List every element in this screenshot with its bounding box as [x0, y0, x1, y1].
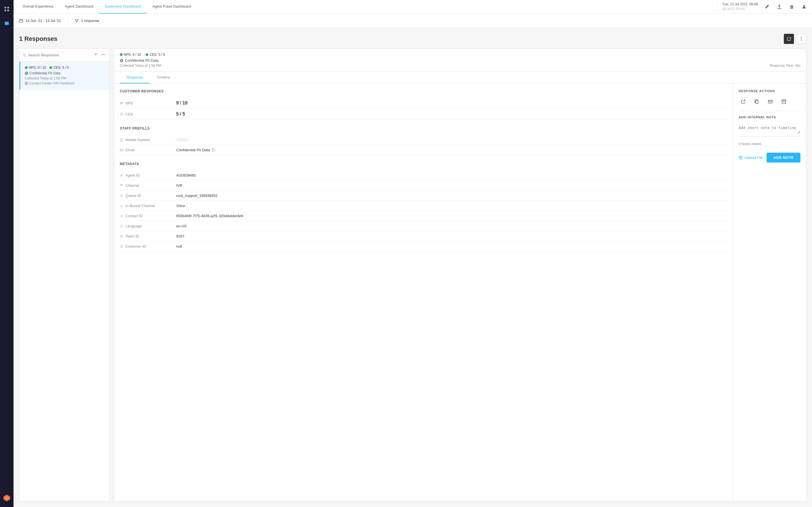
queue-icon	[120, 194, 123, 198]
nps-field-label: NPS	[120, 101, 176, 105]
upload-icon	[739, 156, 743, 160]
upload-file-button[interactable]: Upload File	[739, 156, 763, 160]
search-icon	[23, 53, 27, 57]
detail-nps-badge: NPS: 9 / 10	[120, 53, 141, 57]
grid-icon[interactable]	[2, 4, 11, 13]
svg-point-11	[801, 37, 802, 38]
response-time-label: Response Time: 54s	[770, 64, 801, 68]
ces-icon	[120, 112, 123, 116]
item-time: Collected Today at 1:58 PM	[25, 76, 105, 80]
agent-id-value: AG0939485	[176, 173, 196, 177]
content-header: 1 Responses	[19, 34, 806, 44]
filter-label: 1 response	[81, 18, 99, 23]
nps-dot	[25, 66, 28, 69]
sidebar	[0, 0, 13, 507]
team-icon	[120, 235, 123, 238]
item-survey: Contact Center IVR Feedback	[25, 81, 105, 86]
detail-pii-label: Confidential PII Data	[125, 58, 158, 62]
tab-overall-experience[interactable]: Overall Experience	[17, 0, 59, 13]
main-area: Overall Experience Agent Dashboard Super…	[13, 0, 812, 507]
language-row: Language en-US	[120, 221, 727, 231]
channel-row: Channel IVR	[120, 180, 727, 191]
svg-rect-3	[7, 10, 9, 11]
email-response-button[interactable]	[766, 97, 775, 106]
delete-action-icon[interactable]	[787, 2, 796, 11]
response-actions-title: RESPONSE ACTIONS	[739, 89, 801, 93]
nav-tabs: Overall Experience Agent Dashboard Super…	[17, 0, 718, 13]
detail-header: NPS: 9 / 10 CES: 5 / 5 Confidential PII …	[114, 49, 806, 72]
language-icon	[120, 224, 123, 228]
team-id-value: 9167	[176, 234, 185, 238]
metadata-section-title: METADATA	[120, 162, 727, 166]
chat-icon[interactable]	[2, 19, 11, 28]
note-input-wrap	[739, 123, 801, 137]
copy-icon[interactable]	[212, 149, 215, 152]
add-note-button[interactable]: ADD NOTE	[767, 153, 801, 163]
svg-point-14	[23, 54, 26, 56]
datetime-display: Tue, 13 Jul 2021, 06:48 🕐 (UTC 00:00)	[722, 2, 758, 11]
contact-id-label-text: Contact ID	[125, 214, 143, 218]
mobile-icon	[120, 138, 123, 142]
tab-agent-dashboard[interactable]: Agent Dashboard	[59, 0, 99, 13]
add-internal-note-title: ADD INTERNAL NOTE	[739, 115, 801, 119]
mobile-value: ••••••••••	[176, 138, 189, 142]
customer-icon	[120, 245, 123, 248]
user-action-icon[interactable]	[800, 2, 809, 11]
detail-subtitle: Confidential PII Data	[120, 58, 801, 62]
more-filter-button[interactable]	[101, 52, 106, 58]
email-field-row: Email Confidential PII Data	[120, 145, 727, 155]
language-value: en-US	[176, 224, 187, 228]
mobile-field-label: Mobile Number	[120, 138, 176, 142]
survey-name: Contact Center IVR Feedback	[29, 81, 74, 86]
topnav-action-buttons	[762, 2, 809, 11]
email-value: Confidential PII Data	[176, 148, 215, 152]
search-input[interactable]	[28, 53, 91, 57]
email-icon	[120, 149, 123, 152]
response-filter[interactable]: 1 response	[75, 18, 99, 23]
metadata-section: METADATA Agent ID AG0939485	[120, 162, 727, 251]
actions-panel: RESPONSE ACTIONS	[733, 83, 806, 501]
svg-rect-0	[4, 7, 6, 8]
email-field-label: Email	[120, 148, 176, 152]
more-options-button[interactable]	[796, 34, 806, 44]
ces-dot	[49, 66, 52, 69]
clock-icon: 🕐	[722, 7, 726, 11]
nps-score-badge: NPS: 9 / 10	[25, 66, 46, 69]
note-textarea[interactable]	[739, 123, 801, 136]
team-id-label-text: Team ID	[125, 234, 139, 238]
tab-response[interactable]: Response	[120, 72, 150, 83]
expand-button[interactable]	[784, 34, 794, 44]
upload-action-icon[interactable]	[775, 2, 784, 11]
nps-field-row: NPS 9 / 10	[120, 98, 727, 109]
notes-count: 0 Notes Added.	[739, 142, 801, 146]
response-list-item[interactable]: NPS: 9 / 10 CES: 5 / 5 Confidential PII …	[19, 62, 109, 90]
actions-divider	[739, 111, 801, 111]
response-detail-panel: NPS: 9 / 10 CES: 5 / 5 Confidential PII …	[114, 48, 806, 501]
responses-label: Responses	[24, 35, 57, 42]
svg-point-13	[801, 40, 802, 41]
response-count: 1	[19, 35, 22, 42]
tab-agent-pulse-dashboard[interactable]: Agent Pulse Dashboard	[147, 0, 197, 13]
language-label: Language	[120, 224, 176, 228]
main-content: 1 Responses	[13, 28, 812, 507]
copy-response-button[interactable]	[752, 97, 761, 106]
email-pii-text: Confidential PII Data	[176, 148, 210, 152]
svg-rect-34	[120, 149, 123, 151]
ces-score-text: CES: 5 / 5	[53, 66, 69, 69]
svg-point-19	[101, 54, 102, 55]
external-link-button[interactable]	[739, 97, 748, 106]
channel-icon	[120, 184, 123, 187]
tab-supervisor-dashboard[interactable]: Supervisor Dashboard	[99, 0, 147, 13]
edit-action-icon[interactable]	[762, 2, 771, 11]
detail-nps-dot	[120, 53, 123, 56]
contact-id-value: 650b466f-7f75-4d39-a2f1-320d4ebbd3e9	[176, 214, 243, 218]
svg-rect-2	[4, 10, 6, 11]
sort-button[interactable]	[93, 52, 98, 58]
upload-file-label: Upload File	[744, 156, 763, 160]
tab-timeline[interactable]: Timeline	[150, 72, 177, 83]
archive-response-button[interactable]	[779, 97, 788, 106]
team-id-label: Team ID	[120, 234, 176, 238]
date-range-filter[interactable]: 14 Jun '21 - 13 Jul '21	[19, 18, 61, 23]
contact-icon	[120, 214, 123, 218]
svg-rect-7	[19, 19, 23, 22]
